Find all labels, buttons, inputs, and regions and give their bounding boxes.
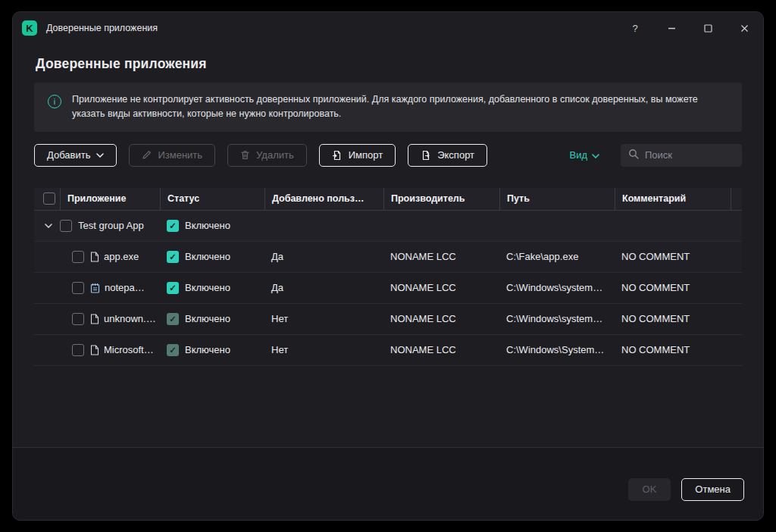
maximize-button[interactable] [698,18,718,38]
status-label: Включено [185,313,230,324]
file-icon [90,345,99,355]
chevron-down-icon [96,153,104,158]
column-header-comment[interactable]: Комментарий [615,188,731,210]
column-header-application[interactable]: Приложение [60,188,160,210]
comment-cell: NO COMMENT [615,335,731,365]
app-name: MicrosoftE… [104,344,160,355]
app-name: app.exe [104,251,139,262]
column-header-status[interactable]: Статус [160,188,264,210]
status-cell: Включено [160,273,264,303]
window-title: Доверенные приложения [46,23,158,33]
path-cell: C:\Windows\system… [499,304,615,334]
search-input[interactable] [645,149,734,161]
help-button[interactable]: ? [625,18,645,38]
page-title: Доверенные приложения [36,56,740,72]
vendor-cell: NONAME LCC [383,304,499,334]
comment-cell: NO COMMENT [615,273,731,303]
applications-table: Приложение Статус Добавлено польз… Произ… [34,188,742,447]
delete-button[interactable]: Удалить [227,144,307,167]
view-dropdown[interactable]: Вид [569,149,599,161]
edit-button[interactable]: Изменить [129,144,215,167]
kaspersky-logo-icon: K [22,20,37,36]
cancel-button[interactable]: Отмена [681,478,744,501]
table-row[interactable]: app.exe Включено Да NONAME LCC C:\Fake\a… [34,242,742,273]
group-status-cell: Включено [160,211,264,241]
row-select-checkbox[interactable] [60,220,72,232]
search-icon [628,149,639,162]
toolbar: Добавить Изменить Удалить Импорт Экспорт [34,143,742,167]
group-name: Test group App [78,220,144,231]
info-icon: i [48,95,61,108]
added-by-user-cell: Нет [264,304,383,334]
vendor-cell: NONAME LCC [383,335,499,365]
add-button-label: Добавить [47,149,90,161]
comment-cell: NO COMMENT [615,304,731,334]
column-header-vendor[interactable]: Производитель [383,188,499,210]
search-box[interactable] [621,144,742,167]
status-checkbox[interactable] [167,282,179,294]
close-icon [740,24,749,33]
dialog-footer: OK Отмена [13,447,763,520]
app-window: K Доверенные приложения ? Доверенные при… [12,11,764,521]
main-content: Доверенные приложения i Приложение не ко… [13,44,763,447]
column-header-added-by-user[interactable]: Добавлено польз… [264,188,383,210]
status-cell: Включено [160,242,264,272]
row-select-checkbox[interactable] [72,282,84,294]
path-cell: C:\Windows\System… [499,335,615,365]
path-cell: C:\Fake\app.exe [499,242,615,272]
table-header: Приложение Статус Добавлено польз… Произ… [34,188,742,211]
table-row[interactable]: notepa… Включено Да NONAME LCC C:\Window… [34,273,742,304]
file-icon [90,252,99,262]
added-by-user-cell: Да [264,242,383,272]
path-cell: C:\Windows\system… [499,273,615,303]
app-name: unknown.… [104,313,156,324]
file-icon [90,314,99,324]
add-button[interactable]: Добавить [34,144,117,167]
added-by-user-cell: Да [264,273,383,303]
table-row[interactable]: MicrosoftE… Включено Нет NONAME LCC C:\W… [34,335,742,366]
column-header-path[interactable]: Путь [499,188,615,210]
status-checkbox[interactable] [167,220,179,232]
column-header-filler [731,188,742,210]
titlebar: K Доверенные приложения ? [13,12,763,44]
status-label: Включено [185,220,230,231]
table-row[interactable]: unknown.… Включено Нет NONAME LCC C:\Win… [34,304,742,335]
row-select-checkbox[interactable] [72,251,84,263]
status-checkbox[interactable] [167,251,179,263]
status-checkbox[interactable] [167,313,179,325]
export-button-label: Экспорт [437,149,474,161]
close-button[interactable] [734,18,754,38]
table-empty-area [34,366,742,447]
status-label: Включено [185,344,230,355]
trash-icon [240,150,250,160]
import-icon [332,150,343,161]
delete-button-label: Удалить [256,149,294,161]
vendor-cell: NONAME LCC [383,273,499,303]
export-icon [421,150,431,161]
row-select-checkbox[interactable] [72,313,84,325]
minimize-icon [668,24,676,33]
import-button[interactable]: Импорт [319,144,396,167]
status-label: Включено [185,282,230,293]
pencil-icon [142,150,152,160]
app-name-cell: notepa… [34,273,160,303]
app-name-cell: MicrosoftE… [34,335,160,365]
chevron-down-icon [592,149,599,161]
status-cell: Включено [160,335,264,365]
select-all-checkbox[interactable] [43,192,55,205]
table-group-row[interactable]: Test group App Включено [34,211,742,242]
notepad-icon [90,283,100,293]
status-checkbox[interactable] [167,344,179,356]
vendor-cell: NONAME LCC [383,242,499,272]
maximize-icon [704,24,712,33]
status-cell: Включено [160,304,264,334]
comment-cell: NO COMMENT [615,242,731,272]
ok-button[interactable]: OK [628,478,671,501]
minimize-button[interactable] [662,18,681,38]
row-select-checkbox[interactable] [72,344,84,356]
view-dropdown-label: Вид [569,149,587,161]
chevron-down-icon[interactable] [43,224,54,228]
window-controls: ? [609,18,754,38]
export-button[interactable]: Экспорт [408,144,487,167]
info-banner: i Приложение не контролирует активность … [34,83,742,132]
